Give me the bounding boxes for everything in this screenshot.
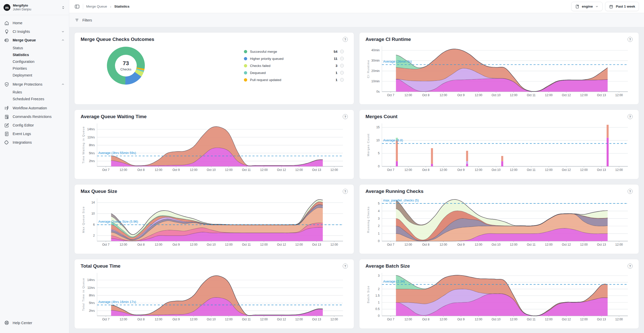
- svg-text:12:00: 12:00: [510, 243, 517, 246]
- checks-outcomes-donut-chart[interactable]: 73 Checks: [107, 47, 145, 85]
- svg-text:12:00: 12:00: [404, 243, 412, 246]
- help-icon[interactable]: [343, 264, 348, 269]
- svg-text:Oct 9: Oct 9: [457, 93, 465, 97]
- org-switcher[interactable]: m Mergifyio Julien Danjou: [0, 0, 69, 15]
- lightbulb-icon: [4, 29, 9, 34]
- legend-item-pull-request-updated[interactable]: Pull request updated 1: [244, 76, 344, 83]
- legend-item-checks-failed[interactable]: Checks failed 3: [244, 62, 344, 69]
- sidebar-item-merge-queue[interactable]: Merge Queue: [0, 36, 69, 44]
- average-running-checks-chart[interactable]: 012345Oct 712:00Oct 812:00Oct 912:00Oct …: [365, 195, 633, 249]
- svg-text:CI Runtime: CI Runtime: [367, 60, 370, 78]
- sidebar-toggle-icon[interactable]: [74, 4, 80, 9]
- svg-text:Oct 7: Oct 7: [102, 243, 109, 246]
- info-icon[interactable]: [340, 50, 344, 53]
- help-icon[interactable]: [343, 114, 348, 119]
- svg-text:12:00: 12:00: [295, 243, 303, 246]
- info-icon[interactable]: [340, 57, 344, 60]
- info-icon[interactable]: [340, 64, 344, 67]
- chevrons-up-down-icon[interactable]: [61, 5, 65, 10]
- svg-text:Oct 8: Oct 8: [137, 318, 145, 321]
- sidebar-item-priorities[interactable]: Priorities: [0, 65, 69, 72]
- svg-text:Oct 13: Oct 13: [597, 318, 606, 321]
- filters-bar[interactable]: Filters: [69, 13, 644, 27]
- org-logo: m: [4, 4, 10, 11]
- help-icon[interactable]: [628, 114, 633, 119]
- help-icon[interactable]: [628, 189, 633, 194]
- lifebuoy-icon: [4, 320, 9, 325]
- svg-text:12:00: 12:00: [120, 243, 127, 246]
- svg-text:Oct 10: Oct 10: [207, 318, 216, 321]
- svg-text:12:00: 12:00: [330, 318, 338, 321]
- svg-text:12:00: 12:00: [615, 318, 623, 321]
- card-max-queue-size: Max Queue Size 261014Oct 712:00Oct 812:0…: [74, 184, 354, 254]
- sidebar-item-home[interactable]: Home: [0, 19, 69, 27]
- svg-text:Oct 11: Oct 11: [527, 243, 536, 246]
- help-icon[interactable]: [343, 189, 348, 194]
- svg-text:Oct 10: Oct 10: [492, 243, 501, 246]
- svg-text:12:00: 12:00: [295, 168, 303, 172]
- legend-item-dequeued[interactable]: Dequeued 1: [244, 69, 344, 76]
- sidebar-item-deployment[interactable]: Deployment: [0, 72, 69, 79]
- sidebar-item-event-logs[interactable]: Event Logs: [0, 130, 69, 138]
- svg-text:0: 0: [378, 314, 380, 318]
- merge-queue-icon: [4, 38, 9, 43]
- sidebar-item-rules[interactable]: Rules: [0, 89, 69, 95]
- average-ci-runtime-chart[interactable]: 0s10min20min30min40minOct 712:00Oct 812:…: [365, 43, 633, 99]
- svg-text:6: 6: [93, 223, 95, 226]
- svg-text:12:00: 12:00: [580, 93, 588, 97]
- svg-text:12:00: 12:00: [440, 243, 447, 246]
- sidebar-item-integrations[interactable]: Integrations: [0, 138, 69, 147]
- svg-text:12:00: 12:00: [440, 318, 447, 321]
- sidebar-item-ci-insights[interactable]: CI Insights: [0, 27, 69, 36]
- sidebar-item-scheduled-freezes[interactable]: Scheduled Freezes: [0, 95, 69, 102]
- sidebar-item-configuration[interactable]: Configuration: [0, 58, 69, 65]
- help-icon[interactable]: [343, 37, 348, 42]
- average-batch-size-chart[interactable]: 00.511.523Oct 712:00Oct 812:00Oct 912:00…: [365, 269, 633, 323]
- breadcrumb-parent[interactable]: Merge Queue: [86, 5, 107, 8]
- svg-text:Oct 9: Oct 9: [172, 243, 180, 246]
- svg-text:12:00: 12:00: [225, 318, 233, 321]
- svg-text:Oct 10: Oct 10: [207, 168, 216, 172]
- puzzle-icon: [4, 140, 9, 145]
- max-queue-size-chart[interactable]: 261014Oct 712:00Oct 812:00Oct 912:00Oct …: [80, 195, 348, 249]
- document-lines-icon: [4, 131, 9, 137]
- svg-text:2hrs: 2hrs: [89, 159, 95, 163]
- help-icon[interactable]: [628, 264, 633, 269]
- svg-text:12:00: 12:00: [404, 93, 412, 97]
- merges-count-chart[interactable]: 051015Oct 712:00Oct 812:00Oct 912:00Oct …: [365, 120, 633, 174]
- legend-dot: [244, 64, 247, 67]
- svg-text:Oct 9: Oct 9: [457, 168, 465, 172]
- sidebar-item-workflow-automation[interactable]: Workflow Automation: [0, 104, 69, 112]
- svg-text:Oct 13: Oct 13: [597, 243, 606, 246]
- svg-text:0s: 0s: [376, 90, 380, 93]
- sidebar-item-config-editor[interactable]: Config Editor: [0, 121, 69, 130]
- svg-text:Running Checks: Running Checks: [367, 206, 370, 233]
- svg-text:12:00: 12:00: [155, 168, 162, 172]
- sidebar-item-commands-restrictions[interactable]: Commands Restrictions: [0, 112, 69, 121]
- svg-text:10: 10: [91, 212, 95, 215]
- legend-item-successful-merge[interactable]: Successful merge 54: [244, 48, 344, 55]
- sidebar-item-statistics[interactable]: Statistics: [0, 51, 69, 58]
- org-user: Julien Danjou: [13, 8, 58, 11]
- svg-text:2: 2: [378, 224, 380, 228]
- help-center-link[interactable]: Help Center: [4, 319, 65, 327]
- svg-text:12:00: 12:00: [225, 243, 233, 246]
- svg-text:12:00: 12:00: [510, 168, 517, 172]
- help-icon[interactable]: [628, 37, 633, 42]
- repo-scope-button[interactable]: engine: [571, 2, 603, 11]
- svg-text:Oct 13: Oct 13: [597, 168, 606, 172]
- info-icon[interactable]: [340, 78, 344, 82]
- time-range-button[interactable]: Past 1 week: [605, 2, 639, 11]
- sidebar-item-merge-protections[interactable]: Merge Protections: [0, 80, 69, 89]
- info-icon[interactable]: [340, 71, 344, 74]
- svg-text:20min: 20min: [371, 69, 380, 73]
- dashboard-grid: Merge Queue Checks Outcomes 73 Checks Su…: [69, 27, 644, 333]
- sidebar-item-status[interactable]: Status: [0, 44, 69, 51]
- svg-text:12:00: 12:00: [615, 168, 623, 172]
- svg-text:0: 0: [378, 239, 380, 243]
- svg-text:Oct 8: Oct 8: [422, 93, 429, 97]
- total-queue-time-chart[interactable]: 2hrs5hrs8hrs11hrs14hrsOct 712:00Oct 812:…: [80, 269, 348, 323]
- svg-text:Oct 13: Oct 13: [312, 243, 321, 246]
- average-queue-waiting-time-chart[interactable]: 2hrs5hrs8hrs11hrs14hrsOct 712:00Oct 812:…: [80, 120, 348, 174]
- legend-item-higher-priority-queued[interactable]: Higher priority queued 11: [244, 55, 344, 62]
